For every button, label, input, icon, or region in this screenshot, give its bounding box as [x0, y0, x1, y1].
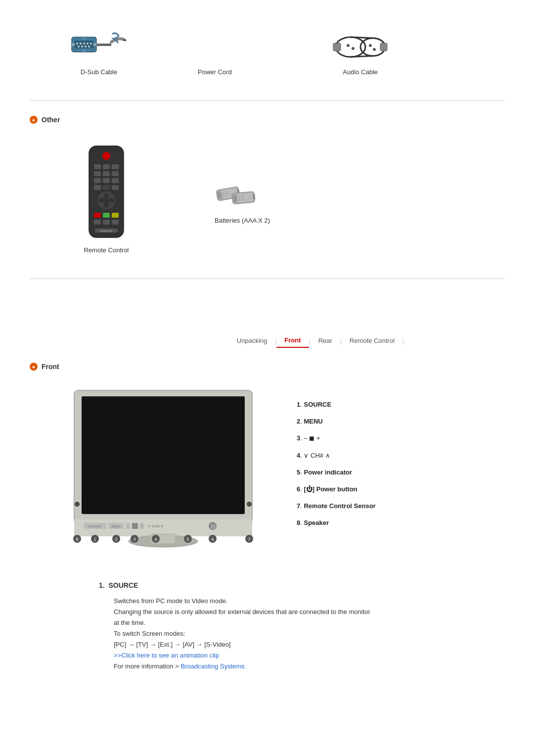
front-section-title: Front [42, 363, 59, 371]
svg-point-9 [85, 46, 87, 47]
remote-control-label: Remote Control [84, 246, 129, 254]
other-section-icon: ● [30, 116, 38, 124]
monitor-and-labels: SOURCE MENU - + ∨ CH# ∧ ⏻ [30, 385, 504, 560]
batteries-label: Batteries (AAA X 2) [215, 217, 270, 224]
divider-2 [30, 279, 504, 279]
component-labels: 1. SOURCE 2. MENU 3. – ◼ + 4. ∨ CH# ∧ 5.… [287, 400, 376, 536]
label-power-button: 6. [⏻] Power button [297, 485, 376, 494]
dsub-cable-label: D-Sub Cable [81, 68, 117, 76]
svg-text:SAMSUNG: SAMSUNG [100, 230, 112, 233]
svg-text:5: 5 [186, 537, 189, 542]
svg-rect-75 [132, 523, 138, 529]
svg-text:∨ CH# ∧: ∨ CH# ∧ [148, 524, 164, 528]
svg-rect-48 [112, 213, 119, 218]
svg-point-22 [347, 44, 350, 47]
svg-text:⏻: ⏻ [211, 524, 216, 529]
svg-point-5 [87, 43, 89, 45]
svg-text:3: 3 [133, 537, 135, 542]
more-info-container: For more information > Broadcasting Syst… [99, 661, 475, 672]
svg-point-86 [248, 503, 251, 506]
svg-rect-32 [103, 171, 110, 176]
svg-text:MENU: MENU [112, 525, 121, 528]
label-ch: 4. ∨ CH# ∧ [297, 451, 376, 460]
svg-point-15 [93, 43, 97, 47]
svg-rect-87 [82, 396, 245, 398]
source-description-title: 1. SOURCE [99, 580, 475, 592]
tab-unpacking[interactable]: Unpacking [229, 334, 275, 347]
source-line-5: [PC] → [TV] → [Ext.] → [AV] → [S-Video] [99, 639, 475, 650]
svg-text:7: 7 [248, 537, 250, 542]
svg-point-84 [76, 503, 79, 506]
svg-rect-21 [380, 43, 387, 51]
front-section-header: ● Front [30, 358, 504, 376]
source-line-1: Switches from PC mode to Video mode. [99, 596, 475, 607]
powercord-item: Power Cord [198, 30, 232, 76]
svg-point-13 [82, 49, 87, 52]
other-section-header: ● Other [30, 111, 504, 129]
svg-point-10 [88, 46, 90, 47]
animation-link[interactable]: >>Click here to see an animation clip [114, 652, 219, 659]
label-vol: 3. – ◼ + [297, 434, 376, 443]
label-speaker: 8. Speaker [297, 519, 376, 527]
svg-text:6: 6 [211, 537, 214, 542]
other-accessories-row: SAMSUNG Remote Control [30, 139, 504, 269]
svg-point-27 [102, 152, 110, 160]
svg-text:2: 2 [115, 537, 117, 542]
svg-rect-46 [94, 213, 101, 218]
svg-rect-29 [103, 164, 110, 169]
svg-point-7 [78, 46, 80, 47]
svg-rect-61 [232, 195, 237, 202]
svg-rect-34 [94, 178, 101, 183]
svg-point-43 [98, 198, 103, 203]
svg-text:SOURCE: SOURCE [89, 525, 101, 528]
svg-rect-31 [94, 171, 101, 176]
svg-rect-39 [112, 185, 119, 190]
svg-line-19 [351, 56, 373, 57]
source-line-2: Changing the source is only allowed for … [99, 607, 475, 617]
svg-point-4 [83, 43, 85, 45]
label-menu: 2. MENU [297, 417, 376, 426]
svg-text:4: 4 [154, 537, 157, 542]
svg-rect-49 [94, 220, 101, 225]
svg-point-12 [82, 37, 87, 40]
svg-point-3 [80, 43, 82, 45]
broadcasting-systems-link[interactable]: Broadcasting Systems [180, 662, 244, 670]
svg-text:1: 1 [93, 537, 96, 542]
divider-1 [30, 100, 504, 101]
svg-rect-67 [82, 396, 245, 514]
powercord-label: Power Cord [198, 68, 232, 76]
remote-control-item: SAMSUNG Remote Control [79, 143, 134, 254]
svg-rect-28 [94, 164, 101, 169]
audiocable-icon [331, 30, 390, 64]
svg-point-8 [81, 46, 83, 47]
audiocable-item: Audio Cable [331, 30, 390, 76]
other-section-title: Other [42, 116, 60, 124]
tab-rear[interactable]: Rear [311, 334, 340, 347]
tab-front[interactable]: Front [276, 333, 309, 348]
svg-point-24 [369, 44, 372, 47]
svg-point-2 [76, 43, 78, 45]
svg-rect-20 [333, 43, 341, 51]
label-source: 1. SOURCE [297, 400, 376, 409]
svg-rect-47 [103, 213, 110, 218]
source-description: 1. SOURCE Switches from PC mode to Video… [30, 580, 504, 672]
svg-rect-11 [96, 44, 111, 46]
svg-rect-37 [94, 185, 101, 190]
tab-remote-control[interactable]: Remote Control [342, 334, 402, 347]
batteries-svg [213, 183, 272, 213]
svg-point-6 [90, 43, 92, 45]
navigation-tabs: Unpacking | Front | Rear | Remote Contro… [129, 333, 504, 348]
svg-point-14 [71, 43, 75, 47]
batteries-item: Batteries (AAA X 2) [213, 183, 272, 224]
page-wrapper: D-Sub Cable Power Cord [0, 0, 534, 692]
accessories-row: D-Sub Cable Power Cord [30, 20, 504, 91]
svg-point-25 [373, 48, 376, 51]
remote-control-svg: SAMSUNG [79, 143, 134, 242]
dsub-cable-item: D-Sub Cable [69, 30, 129, 76]
svg-rect-33 [112, 171, 119, 176]
label-remote-sensor: 7. Remote Control Sensor [297, 502, 376, 511]
svg-rect-38 [103, 185, 110, 190]
svg-line-18 [351, 37, 373, 38]
label-power-indicator: 5. Power indicator [297, 468, 376, 477]
svg-rect-36 [112, 178, 119, 183]
